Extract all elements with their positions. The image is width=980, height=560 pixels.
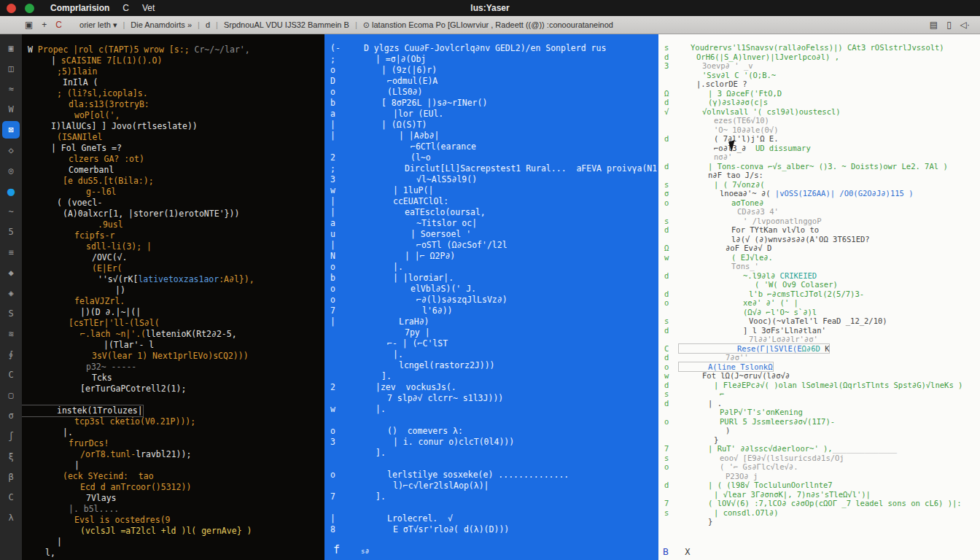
menu-icon[interactable]: ≡ [2, 244, 20, 261]
w-icon[interactable]: W [2, 101, 20, 118]
code-line-body: 3sV(lear 1) Next1prlEVo)sCQ2))) [22, 351, 249, 362]
s-icon[interactable]: S [2, 305, 20, 322]
c-icon[interactable]: C [2, 366, 20, 384]
code-line-body: Dirclut[Ll]Sacrepstest1 Rural... aFEVA p… [346, 163, 658, 174]
menu-item-vet[interactable]: Vet [142, 3, 155, 13]
toolbar-item[interactable]: orier leth ▾ [74, 20, 122, 30]
code-line-body: W Propec |rol c(TAPT)5 wrow [s:; Cr~/~/l… [22, 44, 250, 55]
code-line: |⌐oSTl (Ω∂cSof'/l2l [324, 240, 658, 251]
code-line: frurDcs! [22, 438, 324, 449]
gutter-char: d [658, 353, 679, 362]
code-line: | sCAISINE 7[L(1)().O) [22, 55, 324, 66]
code-line: sVooc)(~vlaTel'l FeaD _12_2/10) [658, 316, 980, 326]
code-line-body: I)lAlUCs] ] Jovo(rtlseslate)) [22, 121, 198, 132]
code-line: 3| i. conur o)clcT(0l4))) [324, 437, 658, 448]
code-line: 3sV(lear 1) Next1prlEVo)sCQ2))) [22, 351, 324, 362]
code-line-body: xe∂' ∂' (' | [679, 298, 798, 308]
code-token: OrH6(|S_A)lnver)|lJverlpco∂l) , [696, 52, 839, 61]
code-line: 8E σT√sr'rlo∂( d(λ)(D))) [324, 524, 658, 535]
code-line: I)lAlUCs] ] Jovo(rtlseslate)) [22, 121, 324, 132]
gutter-char: (- [324, 43, 346, 54]
code-line-body: | RuT' ∂∂lssc√d∂erloor~' ),_____________… [679, 444, 897, 454]
code-token: 'Ssv∂l C '(O;B.~ [702, 71, 776, 79]
code-token: l'6∂)) [422, 306, 453, 316]
gutter-char [658, 262, 679, 271]
tilde-icon[interactable]: ~ [2, 203, 20, 220]
xi-icon[interactable]: ξ [2, 448, 20, 465]
code-line-body: | |lorσiar|. [346, 273, 454, 284]
menu-item-c[interactable]: C [122, 3, 129, 13]
code-token: felaVJZrl. [74, 296, 125, 306]
code-line-body: ~.l9∂l∂ CRIKEIED [679, 271, 817, 281]
square-icon[interactable]: ▢ [2, 386, 20, 404]
code-line-body: | (Ω(S)T) [346, 120, 427, 131]
code-line-body: |. [346, 404, 386, 415]
code-token: ( 'W( Ov9 Colaser) [755, 280, 838, 289]
traffic-light-zoom-button[interactable] [25, 4, 34, 13]
double-wave-icon[interactable]: ≋ [2, 325, 20, 343]
grid-view-icon[interactable]: ▤ [930, 20, 938, 30]
close-box-icon[interactable]: ⊠ [2, 121, 20, 139]
code-pane-left[interactable]: W Propec |rol c(TAPT)5 wrow [s:; Cr~/~/l… [22, 34, 324, 560]
code-token: I)lAlUCs] ] Jovo(rtlseslate)) [51, 121, 198, 131]
split-columns-icon[interactable]: ◫ [2, 60, 20, 77]
code-pane-right[interactable]: B X sYoudrervs'l1Snavsv(rall∂oFelss)|) C… [658, 34, 980, 560]
traffic-light-close-button[interactable] [7, 4, 16, 13]
code-line: [erTurGaPCotrell2(1); [22, 384, 324, 394]
grid-icon[interactable]: ▣ [2, 39, 20, 57]
toolbar-item[interactable]: Die Anamdoirts » [125, 20, 198, 29]
code-line-body: woP[ol(', [22, 110, 120, 121]
toolbar-item[interactable]: SrpdnouAL VDU IJS32 Bammein B [218, 20, 355, 29]
code-token: .9usl [98, 219, 123, 230]
code-line: tcp3sl cketio(V0.21P))); [22, 416, 324, 427]
c-language-icon[interactable]: C [55, 20, 62, 30]
sigma-icon[interactable]: σ [2, 407, 20, 424]
waves-icon[interactable]: ≈ [2, 80, 20, 98]
code-line: |. [324, 349, 658, 360]
esh-icon[interactable]: ʃ [2, 427, 20, 445]
code-line: |. b5l.... [22, 504, 324, 515]
layout-icon[interactable]: ▯ [946, 20, 952, 30]
gem-outline-icon[interactable]: ◈ [2, 284, 20, 302]
code-token: Youdrervs'l1Snavsv(rall∂oFelss)|) CAt3 r… [691, 43, 944, 52]
gem-icon[interactable]: ◆ [2, 264, 20, 281]
footer-small-label: s∂ [361, 548, 369, 555]
beta-icon[interactable]: β [2, 468, 20, 486]
integral-icon[interactable]: ∮ [2, 346, 20, 363]
c2-icon[interactable]: C [2, 489, 20, 506]
code-line: | Fol GneTs =? [22, 143, 324, 154]
code-line: } [658, 517, 980, 526]
window-icon[interactable]: ▣ [25, 20, 33, 30]
code-token: Ω∂6D [802, 344, 820, 353]
code-line: (ISANIlel [22, 132, 324, 143]
lambda-icon[interactable]: λ [2, 509, 20, 526]
sidebar-toggle-icon[interactable]: ◁· [960, 20, 970, 30]
code-line-body: | . [679, 399, 722, 408]
code-line-body: .9usl [22, 219, 123, 230]
gutter-char: | [324, 131, 346, 141]
diamond-icon[interactable]: ◇ [2, 141, 20, 159]
code-pane-middle[interactable]: f s∂ (-D ylgzs Cuu∂F-Jovlcrlq∂nv GEDL2)/… [324, 34, 658, 560]
code-line-body: CD∂s∂3 4' [679, 207, 779, 217]
toolbar-item[interactable]: ⊙ latanstion Ecoma Po [GLIowrviur , Rade… [357, 20, 619, 30]
code-line-body: Tcks [22, 373, 112, 384]
plus-icon[interactable]: + [42, 20, 47, 30]
code-line-body: aσTone∂ [679, 198, 763, 208]
code-token: LraH∂) [399, 316, 429, 327]
toolbar-item[interactable]: d [200, 20, 216, 29]
code-token: ( (voecl- [57, 198, 102, 208]
code-line: w|. [324, 404, 658, 415]
menu-item-app[interactable]: Comprlarision [50, 3, 109, 13]
code-line-body: | Soersoel ' [346, 229, 471, 240]
target-icon[interactable]: ◎ [2, 162, 20, 179]
gutter-char: 7 [658, 499, 679, 508]
record-dot-icon[interactable]: ● [2, 182, 20, 200]
code-token: ) [726, 426, 730, 435]
code-line: w( EJ√le∂. [658, 253, 980, 262]
code-token: ( 7∂l'l)j'Ω E. [714, 134, 779, 143]
five-icon[interactable]: 5 [2, 223, 20, 241]
code-token: (eck SYecind: tao [63, 471, 154, 481]
code-line-body: Vooc)(~vlaTel'l FeaD _12_2/10) [679, 316, 887, 326]
code-token: sdll-li(3); | [86, 241, 152, 252]
code-token: | =σ|∂(Obj [376, 54, 426, 64]
